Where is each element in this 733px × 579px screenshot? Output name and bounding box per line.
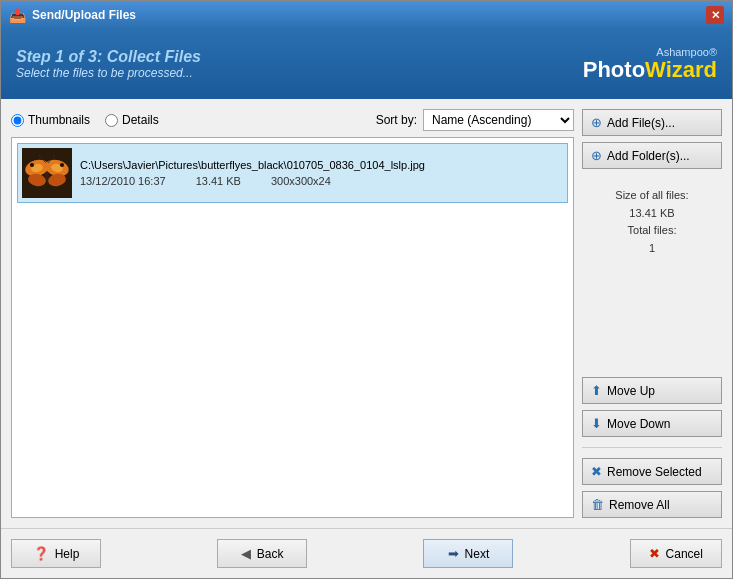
sort-control: Sort by: Name (Ascending) Name (Descendi… xyxy=(376,109,574,131)
back-button[interactable]: ◀ Back xyxy=(217,539,307,568)
file-dimensions: 300x300x24 xyxy=(271,175,331,187)
close-button[interactable]: ✕ xyxy=(706,6,724,24)
move-down-icon: ⬇ xyxy=(591,416,602,431)
sort-label: Sort by: xyxy=(376,113,417,127)
back-label: Back xyxy=(257,547,284,561)
right-panel: ⊕ Add File(s)... ⊕ Add Folder(s)... Size… xyxy=(582,109,722,518)
step-subtitle: Select the files to be processed... xyxy=(16,66,201,80)
app-logo: Ashampoo® PhotoWizard xyxy=(583,46,717,82)
add-folders-button[interactable]: ⊕ Add Folder(s)... xyxy=(582,142,722,169)
stats-size-label: Size of all files: xyxy=(586,187,718,205)
next-label: Next xyxy=(465,547,490,561)
move-down-button[interactable]: ⬇ Move Down xyxy=(582,410,722,437)
footer-bar: ❓ Help ◀ Back ➡ Next ✖ Cancel xyxy=(1,528,732,578)
remove-all-icon: 🗑 xyxy=(591,497,604,512)
main-window: 📤 Send/Upload Files ✕ Step 1 of 3: Colle… xyxy=(0,0,733,579)
cancel-button[interactable]: ✖ Cancel xyxy=(630,539,722,568)
help-button[interactable]: ❓ Help xyxy=(11,539,101,568)
add-files-button[interactable]: ⊕ Add File(s)... xyxy=(582,109,722,136)
details-radio[interactable] xyxy=(105,114,118,127)
table-row[interactable]: C:\Users\Javier\Pictures\butterflyes_bla… xyxy=(17,143,568,203)
add-folders-icon: ⊕ xyxy=(591,148,602,163)
content-area: Thumbnails Details Sort by: Name (Ascend… xyxy=(1,99,732,528)
left-panel: Thumbnails Details Sort by: Name (Ascend… xyxy=(11,109,574,518)
svg-point-13 xyxy=(53,155,55,157)
title-bar-left: 📤 Send/Upload Files xyxy=(9,7,136,23)
back-arrow-icon: ◀ xyxy=(241,546,251,561)
next-button[interactable]: ➡ Next xyxy=(423,539,513,568)
view-controls: Thumbnails Details Sort by: Name (Ascend… xyxy=(11,109,574,131)
move-up-icon: ⬆ xyxy=(591,383,602,398)
remove-all-label: Remove All xyxy=(609,498,670,512)
add-files-label: Add File(s)... xyxy=(607,116,675,130)
move-down-label: Move Down xyxy=(607,417,670,431)
window-icon: 📤 xyxy=(9,7,26,23)
step-title: Step 1 of 3: Collect Files xyxy=(16,48,201,66)
file-list[interactable]: C:\Users\Javier\Pictures\butterflyes_bla… xyxy=(11,137,574,518)
svg-point-8 xyxy=(30,163,34,167)
file-stats: Size of all files: 13.41 KB Total files:… xyxy=(582,183,722,261)
product-wizard: Wizard xyxy=(645,57,717,82)
window-title: Send/Upload Files xyxy=(32,8,136,22)
file-path: C:\Users\Javier\Pictures\butterflyes_bla… xyxy=(80,159,425,171)
move-up-button[interactable]: ⬆ Move Up xyxy=(582,377,722,404)
cancel-icon: ✖ xyxy=(649,546,660,561)
details-label: Details xyxy=(122,113,159,127)
add-folders-label: Add Folder(s)... xyxy=(607,149,690,163)
move-up-label: Move Up xyxy=(607,384,655,398)
add-files-icon: ⊕ xyxy=(591,115,602,130)
remove-selected-icon: ✖ xyxy=(591,464,602,479)
thumbnails-radio-label[interactable]: Thumbnails xyxy=(11,113,90,127)
header-text: Step 1 of 3: Collect Files Select the fi… xyxy=(16,48,201,80)
title-bar: 📤 Send/Upload Files ✕ xyxy=(1,1,732,29)
sort-select[interactable]: Name (Ascending) Name (Descending) Date … xyxy=(423,109,574,131)
cancel-label: Cancel xyxy=(666,547,703,561)
remove-selected-label: Remove Selected xyxy=(607,465,702,479)
svg-point-12 xyxy=(39,155,41,157)
thumbnails-label: Thumbnails xyxy=(28,113,90,127)
file-meta: 13/12/2010 16:37 13.41 KB 300x300x24 xyxy=(80,175,425,187)
product-photo: Photo xyxy=(583,57,645,82)
file-size: 13.41 KB xyxy=(196,175,241,187)
file-date: 13/12/2010 16:37 xyxy=(80,175,166,187)
help-label: Help xyxy=(55,547,80,561)
next-arrow-icon: ➡ xyxy=(448,546,459,561)
svg-point-9 xyxy=(60,163,64,167)
remove-all-button[interactable]: 🗑 Remove All xyxy=(582,491,722,518)
file-info: C:\Users\Javier\Pictures\butterflyes_bla… xyxy=(80,159,425,187)
thumbnails-radio[interactable] xyxy=(11,114,24,127)
stats-total-value: 1 xyxy=(586,240,718,258)
product-name: PhotoWizard xyxy=(583,58,717,82)
stats-size-value: 13.41 KB xyxy=(586,205,718,223)
stats-total-label: Total files: xyxy=(586,222,718,240)
remove-selected-button[interactable]: ✖ Remove Selected xyxy=(582,458,722,485)
header-area: Step 1 of 3: Collect Files Select the fi… xyxy=(1,29,732,99)
details-radio-label[interactable]: Details xyxy=(105,113,159,127)
file-thumbnail xyxy=(22,148,72,198)
help-icon: ❓ xyxy=(33,546,49,561)
